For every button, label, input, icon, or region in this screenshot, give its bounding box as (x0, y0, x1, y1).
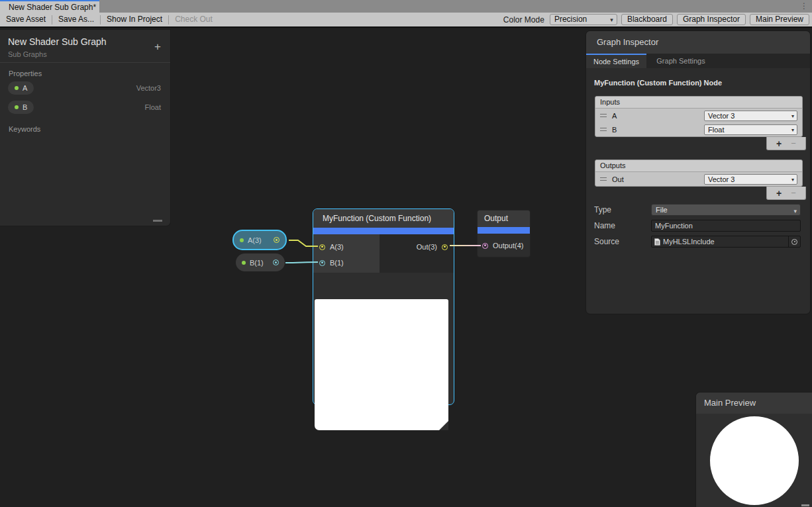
source-field-row: Source MyHLSLInclude (594, 236, 801, 248)
outputs-list-footer: + − (766, 187, 806, 200)
blackboard-panel: New Shader Sub Graph Sub Graphs + Proper… (0, 29, 171, 226)
blackboard-toggle-button[interactable]: Blackboard (621, 14, 673, 25)
window-menu-icon[interactable]: ⋮ (800, 1, 808, 11)
file-icon (654, 238, 660, 246)
port-vector3-icon[interactable] (274, 237, 279, 243)
name-label: Name (594, 221, 651, 230)
tab-new-shader-sub-graph[interactable]: New Shader Sub Graph* (0, 0, 99, 13)
type-dropdown[interactable]: File ▾ (651, 204, 801, 216)
node-input-column: A(3) B(1) (313, 234, 380, 273)
input-type-value: Float (708, 126, 724, 134)
type-value: File (656, 206, 668, 214)
preview-sphere[interactable] (710, 416, 799, 505)
drag-handle-icon[interactable] (600, 177, 607, 181)
property-node-label: B(1) (250, 259, 264, 267)
precision-bar (313, 228, 454, 234)
property-dot-icon (240, 238, 244, 242)
port-vector3-icon[interactable] (442, 244, 448, 250)
check-out-button[interactable]: Check Out (169, 13, 219, 26)
tab-node-settings[interactable]: Node Settings (586, 54, 646, 68)
preview-resize-handle[interactable] (801, 504, 809, 506)
blackboard-property-row: B Float (0, 99, 170, 118)
node-preview[interactable] (315, 299, 448, 430)
save-asset-button[interactable]: Save Asset (0, 13, 52, 26)
add-property-button[interactable]: + (154, 40, 161, 54)
dropdown-arrow-icon: ▾ (610, 15, 613, 25)
property-dot-icon (15, 86, 19, 90)
property-node-a[interactable]: A(3) (232, 230, 287, 250)
blackboard-resize-handle[interactable] (153, 220, 162, 222)
node-title: Output (478, 210, 530, 227)
graph-inspector-toggle-button[interactable]: Graph Inspector (677, 14, 746, 25)
color-mode-value: Precision (554, 15, 587, 24)
property-dot-icon (15, 105, 19, 109)
node-title: MyFunction (Custom Function) (313, 209, 454, 228)
tab-title: New Shader Sub Graph* (9, 3, 96, 12)
toolbar-right-group: Color Mode Precision ▾ Blackboard Graph … (503, 14, 812, 25)
color-mode-dropdown[interactable]: Precision ▾ (550, 14, 617, 25)
show-in-project-button[interactable]: Show In Project (101, 13, 168, 26)
port-float-icon[interactable] (319, 260, 325, 266)
property-dot-icon (242, 261, 246, 265)
object-picker-button[interactable] (788, 236, 800, 247)
tab-graph-settings[interactable]: Graph Settings (646, 54, 715, 68)
output-row-out[interactable]: Out Vector 3 ▾ (595, 172, 802, 186)
remove-output-button[interactable]: − (791, 188, 796, 198)
property-node-b[interactable]: B(1) (236, 254, 285, 271)
dropdown-arrow-icon: ▾ (791, 112, 794, 121)
outputs-list: Outputs Out Vector 3 ▾ (595, 160, 803, 187)
inputs-list-footer: + − (766, 137, 806, 150)
input-port-label: A(3) (330, 243, 344, 251)
graph-canvas[interactable]: A(3) B(1) MyFunction (Custom Function) A… (0, 26, 812, 507)
dropdown-arrow-icon: ▾ (791, 126, 794, 135)
input-type-dropdown[interactable]: Float ▾ (704, 124, 797, 135)
output-port-label: Out(3) (417, 243, 437, 251)
graph-inspector-panel: Graph Inspector Node Settings Graph Sett… (585, 30, 811, 314)
properties-section-label: Properties (9, 69, 170, 77)
object-picker-icon (791, 239, 797, 245)
node-port-area: A(3) B(1) Out(3) (313, 234, 454, 273)
input-name: B (612, 126, 617, 134)
source-object-field[interactable]: MyHLSLInclude (651, 236, 801, 248)
property-name: B (23, 103, 27, 111)
graph-inspector-title: Graph Inspector (586, 31, 810, 54)
remove-input-button[interactable]: − (791, 138, 796, 148)
source-value: MyHLSLInclude (663, 238, 715, 246)
output-port-row: Out(3) (380, 239, 454, 255)
input-port-row: B(1) (313, 255, 380, 271)
port-vector3-icon[interactable] (319, 244, 325, 250)
add-input-button[interactable]: + (776, 138, 782, 149)
main-preview-panel: Main Preview (695, 392, 812, 507)
main-preview-title: Main Preview (696, 392, 812, 414)
blackboard-subtitle: Sub Graphs (8, 50, 162, 58)
output-type-dropdown[interactable]: Vector 3 ▾ (704, 174, 797, 185)
precision-bar (478, 227, 530, 234)
add-output-button[interactable]: + (776, 188, 782, 199)
blackboard-header: New Shader Sub Graph Sub Graphs + (0, 30, 170, 63)
output-name: Out (612, 175, 624, 183)
blackboard-property-b[interactable]: B (8, 101, 34, 114)
port-float-icon[interactable] (273, 259, 279, 265)
custom-function-node[interactable]: MyFunction (Custom Function) A(3) B(1) O… (313, 208, 454, 405)
blackboard-property-a[interactable]: A (8, 81, 34, 95)
input-type-dropdown[interactable]: Vector 3 ▾ (704, 111, 797, 121)
main-preview-toggle-button[interactable]: Main Preview (750, 14, 809, 25)
input-port-row: A(3) (313, 239, 380, 255)
port-vector4-icon[interactable] (482, 243, 488, 249)
output-type-value: Vector 3 (708, 175, 735, 183)
name-field[interactable] (651, 220, 801, 232)
shader-graph-window: New Shader Sub Graph* ⋮ Save Asset Save … (0, 0, 812, 507)
drag-handle-icon[interactable] (600, 114, 607, 117)
output-node[interactable]: Output Output(4) (477, 210, 531, 257)
blackboard-property-row: A Vector3 (0, 80, 170, 99)
drag-handle-icon[interactable] (600, 128, 607, 131)
input-row-b[interactable]: B Float ▾ (595, 122, 802, 136)
inputs-list-header: Inputs (595, 97, 802, 109)
inputs-list: Inputs A Vector 3 ▾ B Float ▾ (595, 96, 803, 137)
dropdown-arrow-icon: ▾ (791, 175, 794, 185)
inspector-tab-bar: Node Settings Graph Settings (586, 54, 810, 68)
save-as-button[interactable]: Save As... (52, 13, 100, 26)
input-row-a[interactable]: A Vector 3 ▾ (595, 109, 802, 122)
property-type: Vector3 (136, 84, 161, 92)
input-port-label: B(1) (330, 259, 344, 267)
